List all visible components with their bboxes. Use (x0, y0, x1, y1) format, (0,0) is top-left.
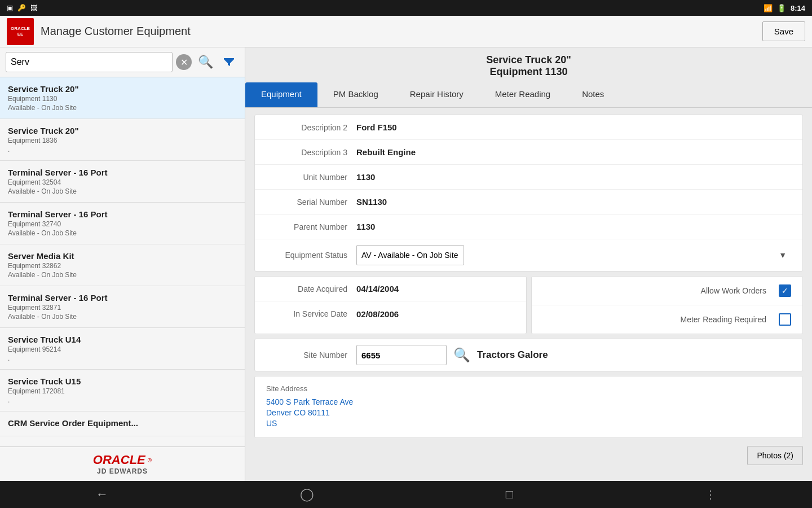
description2-label: Description 2 (266, 123, 356, 132)
list-item-title: Service Truck U14 (8, 335, 237, 344)
home-icon[interactable]: ◯ (300, 487, 314, 502)
back-icon[interactable]: ← (96, 487, 108, 502)
list-item[interactable]: Terminal Server - 16 Port Equipment 3250… (0, 161, 245, 203)
list-item-sub2: Available - On Job Site (8, 187, 237, 195)
list-item-sub: Equipment 1130 (8, 95, 237, 103)
address-photos-row: Site Address 5400 S Park Terrace Ave Den… (254, 376, 803, 438)
equipment-status-select[interactable]: AV - Available - On Job Site (356, 245, 464, 265)
meter-reading-required-row: Meter Reading Required (532, 305, 803, 334)
list-item-sub: Equipment 32862 (8, 262, 237, 270)
date-acquired-label: Date Acquired (266, 284, 356, 294)
parent-number-value: 1130 (356, 222, 375, 231)
description3-row: Description 3 Rebuilt Engine (255, 140, 802, 165)
date-acquired-value: 04/14/2004 (356, 284, 399, 294)
save-button[interactable]: Save (762, 21, 805, 41)
description3-label: Description 3 (266, 148, 356, 157)
unit-number-row: Unit Number 1130 (255, 165, 802, 190)
right-header: Service Truck 20" Equipment 1130 (245, 47, 812, 82)
tab-meter-reading[interactable]: Meter Reading (479, 82, 566, 107)
status-bar-left: ▣ 🔑 🖼 (7, 4, 37, 12)
list-item-sub: Equipment 95214 (8, 345, 237, 353)
wifi-icon: 📶 (764, 4, 773, 12)
equipment-form: Description 2 Ford F150 Description 3 Re… (254, 115, 803, 271)
search-icon[interactable]: 🔍 (195, 52, 215, 72)
list-item[interactable]: Terminal Server - 16 Port Equipment 3287… (0, 286, 245, 328)
filter-icon[interactable] (219, 52, 239, 72)
serial-number-value: SN1130 (356, 197, 387, 207)
serial-number-row: Serial Number SN1130 (255, 190, 802, 214)
address-card: Site Address 5400 S Park Terrace Ave Den… (254, 376, 803, 438)
list-item[interactable]: Service Truck 20" Equipment 1130 Availab… (0, 77, 245, 119)
site-search-icon[interactable]: 🔍 (453, 347, 470, 363)
address-line1[interactable]: 5400 S Park Terrace Ave (266, 397, 791, 406)
list-item-sub: Equipment 172081 (8, 387, 237, 395)
list-item-sub2: Available - On Job Site (8, 104, 237, 112)
main-layout: ✕ 🔍 Service Truck 20" Equipment 1130 Ava… (0, 47, 812, 481)
in-service-date-value: 02/08/2006 (356, 309, 399, 319)
oracle-logo: ORACLEEE (7, 18, 34, 45)
status-bar-right: 📶 🔋 8:14 (764, 4, 805, 12)
list-item-title: Service Truck 20" (8, 126, 237, 135)
list-item-title: Terminal Server - 16 Port (8, 168, 237, 177)
list-item-sub: Equipment 32871 (8, 304, 237, 312)
site-number-input[interactable] (356, 345, 447, 365)
photos-button[interactable]: Photos (2) (747, 446, 803, 465)
list-item[interactable]: Terminal Server - 16 Port Equipment 3274… (0, 203, 245, 244)
list-item-title: CRM Service Order Equipment... (8, 418, 237, 428)
address-line2[interactable]: Denver CO 80111 (266, 408, 791, 417)
description2-row: Description 2 Ford F150 (255, 115, 802, 140)
oracle-logo-text: ORACLE (93, 453, 145, 467)
equipment-list: Service Truck 20" Equipment 1130 Availab… (0, 77, 245, 446)
jde-text: JD EDWARDS (97, 467, 148, 475)
list-item-sub2: . (8, 396, 237, 404)
list-item[interactable]: Service Truck U15 Equipment 172081 . (0, 370, 245, 411)
tab-notes[interactable]: Notes (566, 82, 620, 107)
two-col-section: Date Acquired 04/14/2004 In Service Date… (254, 276, 803, 334)
content-area: Description 2 Ford F150 Description 3 Re… (245, 108, 812, 481)
site-number-label: Site Number (266, 351, 356, 360)
tab-pm-backlog[interactable]: PM Backlog (317, 82, 394, 107)
allow-work-orders-row: Allow Work Orders (532, 277, 803, 305)
allow-work-orders-checkbox[interactable] (779, 284, 791, 297)
site-name: Tractors Galore (477, 349, 548, 361)
in-service-date-row: In Service Date 02/08/2006 (255, 301, 526, 326)
equipment-status-label: Equipment Status (266, 251, 356, 260)
list-item-sub2: Available - On Job Site (8, 313, 237, 321)
image-icon: 🖼 (30, 4, 37, 12)
unit-number-value: 1130 (356, 172, 375, 182)
recents-icon[interactable]: □ (506, 487, 513, 502)
list-item-sub: Equipment 32740 (8, 220, 237, 228)
search-input[interactable] (6, 52, 173, 72)
list-item-title: Service Truck 20" (8, 84, 237, 94)
list-item[interactable]: Service Truck 20" Equipment 1836 . (0, 119, 245, 161)
top-bar: ORACLEEE Manage Customer Equipment Save (0, 16, 812, 47)
left-panel: ✕ 🔍 Service Truck 20" Equipment 1130 Ava… (0, 47, 245, 481)
address-title: Site Address (266, 384, 791, 393)
more-options-icon[interactable]: ⋮ (705, 488, 716, 501)
description3-value: Rebuilt Engine (356, 147, 416, 157)
oracle-footer: ORACLE ® JD EDWARDS (0, 446, 245, 481)
status-bar: ▣ 🔑 🖼 📶 🔋 8:14 (0, 0, 812, 16)
battery-icon: 🔋 (777, 4, 786, 12)
list-item-sub2: Available - On Job Site (8, 271, 237, 279)
search-bar: ✕ 🔍 (0, 47, 245, 77)
tab-repair-history[interactable]: Repair History (394, 82, 479, 107)
address-line3[interactable]: US (266, 419, 791, 428)
equipment-status-row: Equipment Status AV - Available - On Job… (255, 239, 802, 271)
list-item[interactable]: Service Truck U14 Equipment 95214 . (0, 328, 245, 370)
tab-equipment[interactable]: Equipment (245, 82, 317, 107)
list-item[interactable]: CRM Service Order Equipment... (0, 411, 245, 436)
allow-work-orders-label: Allow Work Orders (543, 286, 773, 295)
list-item[interactable]: Server Media Kit Equipment 32862 Availab… (0, 244, 245, 286)
equipment-status-wrapper: AV - Available - On Job Site ▼ (356, 245, 791, 265)
system-icon-1: ▣ (7, 4, 13, 12)
list-item-title: Service Truck U15 (8, 376, 237, 386)
list-item-title: Terminal Server - 16 Port (8, 293, 237, 303)
parent-number-row: Parent Number 1130 (255, 214, 802, 239)
site-card: Site Number 🔍 Tractors Galore (254, 339, 803, 371)
equipment-subtitle: Equipment 1130 (257, 66, 801, 78)
meter-reading-required-checkbox[interactable] (779, 313, 791, 326)
list-item-sub2: . (8, 146, 237, 154)
checkboxes-card: Allow Work Orders Meter Reading Required (531, 276, 804, 334)
clear-icon[interactable]: ✕ (176, 54, 192, 70)
